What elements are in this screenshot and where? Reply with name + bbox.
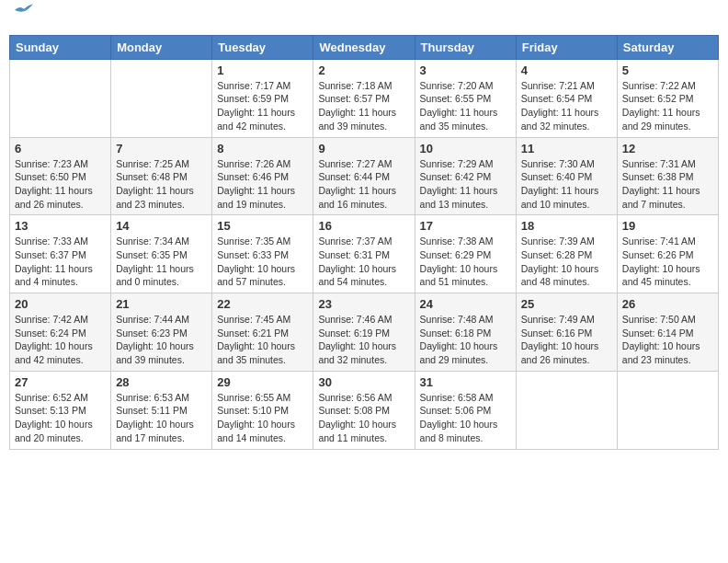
- calendar-cell: 20Sunrise: 7:42 AM Sunset: 6:24 PM Dayli…: [10, 293, 111, 372]
- calendar-cell: 18Sunrise: 7:39 AM Sunset: 6:28 PM Dayli…: [516, 215, 617, 293]
- calendar-cell: [516, 371, 617, 449]
- calendar-cell: 7Sunrise: 7:25 AM Sunset: 6:48 PM Daylig…: [111, 137, 212, 215]
- day-info: Sunrise: 7:29 AM Sunset: 6:42 PM Dayligh…: [420, 157, 511, 212]
- calendar-cell: 1Sunrise: 7:17 AM Sunset: 6:59 PM Daylig…: [212, 59, 313, 137]
- calendar-cell: 9Sunrise: 7:27 AM Sunset: 6:44 PM Daylig…: [313, 137, 415, 215]
- day-number: 1: [217, 63, 308, 77]
- calendar-cell: [617, 371, 718, 449]
- calendar-cell: 26Sunrise: 7:50 AM Sunset: 6:14 PM Dayli…: [617, 293, 718, 372]
- day-info: Sunrise: 7:41 AM Sunset: 6:26 PM Dayligh…: [622, 235, 713, 289]
- day-info: Sunrise: 7:46 AM Sunset: 6:19 PM Dayligh…: [318, 313, 409, 367]
- day-number: 16: [318, 219, 409, 233]
- day-number: 27: [15, 375, 106, 389]
- day-number: 14: [116, 219, 207, 233]
- day-info: Sunrise: 7:31 AM Sunset: 6:38 PM Dayligh…: [622, 157, 713, 212]
- day-number: 10: [420, 142, 511, 155]
- calendar-week-3: 13Sunrise: 7:33 AM Sunset: 6:37 PM Dayli…: [10, 215, 719, 293]
- day-info: Sunrise: 6:53 AM Sunset: 5:11 PM Dayligh…: [116, 391, 207, 445]
- calendar-cell: 27Sunrise: 6:52 AM Sunset: 5:13 PM Dayli…: [10, 371, 111, 449]
- day-number: 11: [521, 142, 612, 155]
- calendar-cell: 23Sunrise: 7:46 AM Sunset: 6:19 PM Dayli…: [313, 293, 415, 372]
- calendar-week-1: 1Sunrise: 7:17 AM Sunset: 6:59 PM Daylig…: [10, 59, 719, 137]
- day-info: Sunrise: 7:45 AM Sunset: 6:21 PM Dayligh…: [217, 313, 308, 367]
- day-info: Sunrise: 7:50 AM Sunset: 6:14 PM Dayligh…: [622, 313, 713, 367]
- weekday-header-sunday: Sunday: [10, 35, 111, 59]
- day-number: 29: [217, 375, 308, 389]
- calendar-cell: 4Sunrise: 7:21 AM Sunset: 6:54 PM Daylig…: [516, 59, 617, 137]
- calendar-cell: 19Sunrise: 7:41 AM Sunset: 6:26 PM Dayli…: [617, 215, 718, 293]
- day-info: Sunrise: 7:30 AM Sunset: 6:40 PM Dayligh…: [521, 157, 612, 212]
- day-number: 28: [116, 375, 207, 389]
- day-number: 7: [116, 142, 207, 155]
- day-number: 2: [318, 63, 409, 77]
- calendar-cell: 8Sunrise: 7:26 AM Sunset: 6:46 PM Daylig…: [212, 137, 313, 215]
- day-info: Sunrise: 7:38 AM Sunset: 6:29 PM Dayligh…: [420, 235, 511, 289]
- calendar-cell: 11Sunrise: 7:30 AM Sunset: 6:40 PM Dayli…: [516, 137, 617, 215]
- calendar-cell: 15Sunrise: 7:35 AM Sunset: 6:33 PM Dayli…: [212, 215, 313, 293]
- day-info: Sunrise: 7:42 AM Sunset: 6:24 PM Dayligh…: [15, 313, 106, 367]
- calendar-cell: 17Sunrise: 7:38 AM Sunset: 6:29 PM Dayli…: [415, 215, 516, 293]
- calendar-cell: [10, 59, 111, 137]
- day-number: 6: [15, 142, 106, 155]
- calendar-cell: 10Sunrise: 7:29 AM Sunset: 6:42 PM Dayli…: [415, 137, 516, 215]
- day-info: Sunrise: 7:48 AM Sunset: 6:18 PM Dayligh…: [420, 313, 511, 367]
- day-info: Sunrise: 6:58 AM Sunset: 5:06 PM Dayligh…: [420, 391, 511, 445]
- day-info: Sunrise: 7:21 AM Sunset: 6:54 PM Dayligh…: [521, 79, 612, 133]
- day-number: 25: [521, 297, 612, 311]
- day-number: 8: [217, 142, 308, 155]
- day-info: Sunrise: 7:23 AM Sunset: 6:50 PM Dayligh…: [15, 157, 106, 212]
- calendar-cell: 31Sunrise: 6:58 AM Sunset: 5:06 PM Dayli…: [415, 371, 516, 449]
- day-info: Sunrise: 7:44 AM Sunset: 6:23 PM Dayligh…: [116, 313, 207, 367]
- calendar-week-5: 27Sunrise: 6:52 AM Sunset: 5:13 PM Dayli…: [10, 371, 719, 449]
- calendar-week-4: 20Sunrise: 7:42 AM Sunset: 6:24 PM Dayli…: [10, 293, 719, 372]
- day-info: Sunrise: 7:25 AM Sunset: 6:48 PM Dayligh…: [116, 157, 207, 212]
- day-info: Sunrise: 7:26 AM Sunset: 6:46 PM Dayligh…: [217, 157, 308, 212]
- page-header: [9, 9, 719, 28]
- day-info: Sunrise: 6:56 AM Sunset: 5:08 PM Dayligh…: [318, 391, 409, 445]
- day-info: Sunrise: 6:52 AM Sunset: 5:13 PM Dayligh…: [15, 391, 106, 445]
- day-number: 18: [521, 219, 612, 233]
- day-number: 13: [15, 219, 106, 233]
- day-number: 5: [622, 63, 713, 77]
- calendar-cell: 16Sunrise: 7:37 AM Sunset: 6:31 PM Dayli…: [313, 215, 415, 293]
- calendar-cell: 5Sunrise: 7:22 AM Sunset: 6:52 PM Daylig…: [617, 59, 718, 137]
- calendar-table: SundayMondayTuesdayWednesdayThursdayFrid…: [9, 35, 719, 450]
- day-number: 4: [521, 63, 612, 77]
- logo-bird-icon: [15, 4, 33, 17]
- day-number: 30: [318, 375, 409, 389]
- day-info: Sunrise: 7:35 AM Sunset: 6:33 PM Dayligh…: [217, 235, 308, 289]
- calendar-cell: 21Sunrise: 7:44 AM Sunset: 6:23 PM Dayli…: [111, 293, 212, 372]
- weekday-header-tuesday: Tuesday: [212, 35, 313, 59]
- weekday-header-thursday: Thursday: [415, 35, 516, 59]
- weekday-header-friday: Friday: [516, 35, 617, 59]
- day-info: Sunrise: 7:37 AM Sunset: 6:31 PM Dayligh…: [318, 235, 409, 289]
- day-number: 31: [420, 375, 511, 389]
- day-number: 20: [15, 297, 106, 311]
- day-number: 24: [420, 297, 511, 311]
- day-number: 23: [318, 297, 409, 311]
- day-number: 21: [116, 297, 207, 311]
- day-number: 22: [217, 297, 308, 311]
- day-info: Sunrise: 7:39 AM Sunset: 6:28 PM Dayligh…: [521, 235, 612, 289]
- calendar-cell: 25Sunrise: 7:49 AM Sunset: 6:16 PM Dayli…: [516, 293, 617, 372]
- calendar-cell: 12Sunrise: 7:31 AM Sunset: 6:38 PM Dayli…: [617, 137, 718, 215]
- day-info: Sunrise: 7:34 AM Sunset: 6:35 PM Dayligh…: [116, 235, 207, 289]
- day-number: 17: [420, 219, 511, 233]
- weekday-header-row: SundayMondayTuesdayWednesdayThursdayFrid…: [10, 35, 719, 59]
- weekday-header-monday: Monday: [111, 35, 212, 59]
- calendar-cell: 13Sunrise: 7:33 AM Sunset: 6:37 PM Dayli…: [10, 215, 111, 293]
- calendar-cell: [111, 59, 212, 137]
- day-number: 26: [622, 297, 713, 311]
- day-info: Sunrise: 7:17 AM Sunset: 6:59 PM Dayligh…: [217, 79, 308, 133]
- calendar-cell: 3Sunrise: 7:20 AM Sunset: 6:55 PM Daylig…: [415, 59, 516, 137]
- day-info: Sunrise: 7:20 AM Sunset: 6:55 PM Dayligh…: [420, 79, 511, 133]
- day-info: Sunrise: 7:22 AM Sunset: 6:52 PM Dayligh…: [622, 79, 713, 133]
- day-number: 19: [622, 219, 713, 233]
- calendar-cell: 29Sunrise: 6:55 AM Sunset: 5:10 PM Dayli…: [212, 371, 313, 449]
- day-number: 12: [622, 142, 713, 155]
- day-info: Sunrise: 6:55 AM Sunset: 5:10 PM Dayligh…: [217, 391, 308, 445]
- calendar-cell: 14Sunrise: 7:34 AM Sunset: 6:35 PM Dayli…: [111, 215, 212, 293]
- calendar-week-2: 6Sunrise: 7:23 AM Sunset: 6:50 PM Daylig…: [10, 137, 719, 215]
- day-info: Sunrise: 7:33 AM Sunset: 6:37 PM Dayligh…: [15, 235, 106, 289]
- calendar-cell: 2Sunrise: 7:18 AM Sunset: 6:57 PM Daylig…: [313, 59, 415, 137]
